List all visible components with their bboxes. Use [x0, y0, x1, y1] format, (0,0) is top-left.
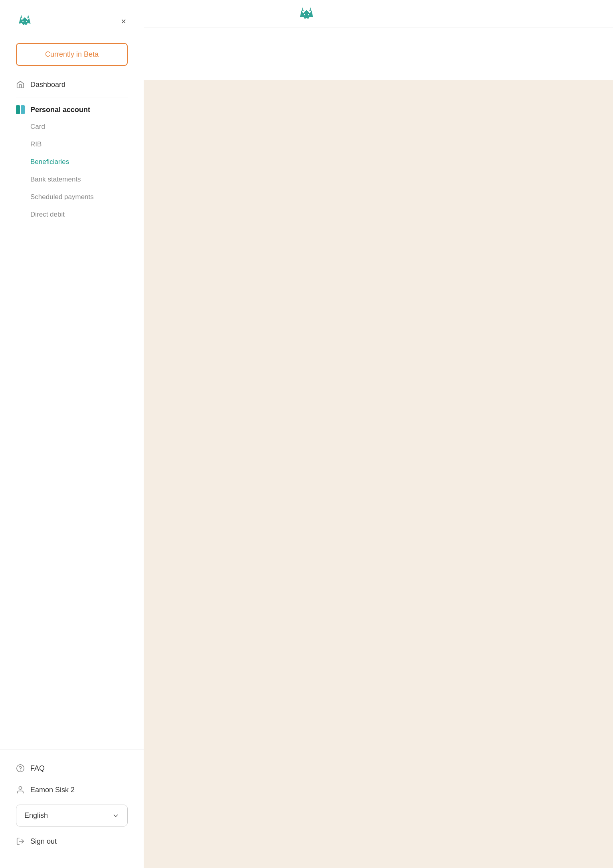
- sidebar-drawer: × Currently in Beta Dashboard Personal a…: [0, 0, 144, 868]
- sidebar-footer: FAQ Eamon Sisk 2 English: [0, 749, 144, 868]
- sidebar-subitem-beneficiaries[interactable]: Beneficiaries: [30, 153, 128, 171]
- sidebar-item-user[interactable]: Eamon Sisk 2: [16, 779, 128, 801]
- svg-point-6: [19, 787, 22, 789]
- beta-button[interactable]: Currently in Beta: [16, 43, 128, 66]
- sidebar-subitem-rib[interactable]: RIB: [30, 136, 128, 153]
- personal-account-label: Personal account: [30, 106, 90, 114]
- sidebar-item-sign-out[interactable]: Sign out: [16, 831, 128, 852]
- sidebar-item-faq[interactable]: FAQ: [16, 758, 128, 779]
- faq-icon: [16, 764, 25, 773]
- sidebar-item-dashboard[interactable]: Dashboard: [16, 74, 128, 95]
- home-icon: [16, 80, 25, 89]
- header-logo: [297, 4, 316, 24]
- language-selector[interactable]: English: [16, 805, 128, 827]
- sidebar-logo: [16, 12, 34, 31]
- svg-point-2: [22, 21, 24, 22]
- sidebar-close-button[interactable]: ×: [119, 15, 128, 28]
- nav-divider-1: [16, 97, 128, 97]
- svg-point-0: [304, 14, 305, 15]
- wolf-logo-icon: [297, 4, 316, 24]
- faq-label: FAQ: [30, 764, 45, 773]
- content-card: [144, 28, 613, 80]
- user-name-label: Eamon Sisk 2: [30, 786, 75, 794]
- svg-point-3: [26, 21, 27, 22]
- sidebar-subitem-direct-debit[interactable]: Direct debit: [30, 206, 128, 223]
- sidebar-subitem-bank-statements[interactable]: Bank statements: [30, 171, 128, 188]
- sidebar-subitem-card[interactable]: Card: [30, 118, 128, 136]
- main-content: [144, 28, 613, 868]
- personal-account-icon: [16, 105, 25, 114]
- sidebar-navigation: Dashboard Personal account Card RIB Bene…: [0, 74, 144, 749]
- sidebar-subitem-scheduled-payments[interactable]: Scheduled payments: [30, 188, 128, 206]
- sidebar-wolf-logo-icon: [16, 12, 34, 30]
- language-label: English: [24, 811, 48, 820]
- sidebar-item-personal-account[interactable]: Personal account: [16, 99, 128, 118]
- chevron-down-icon: [112, 812, 119, 819]
- sign-out-icon: [16, 837, 25, 846]
- sign-out-label: Sign out: [30, 837, 57, 846]
- sidebar-header: ×: [0, 0, 144, 39]
- user-icon: [16, 785, 25, 794]
- dashboard-label: Dashboard: [30, 81, 65, 89]
- personal-account-subitems: Card RIB Beneficiaries Bank statements S…: [16, 118, 128, 223]
- svg-point-1: [308, 14, 309, 15]
- svg-point-4: [17, 765, 24, 772]
